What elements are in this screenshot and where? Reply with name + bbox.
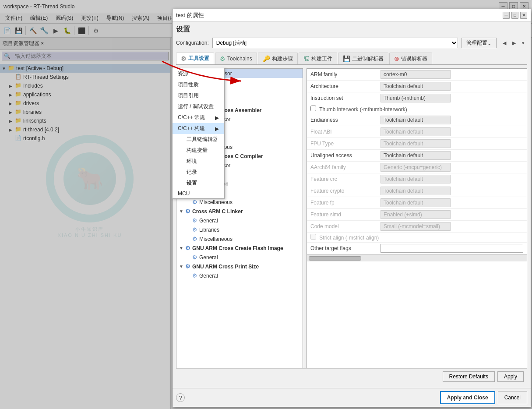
cm-cpp-build[interactable]: C/C++ 构建▶ — [173, 123, 224, 134]
dialog-bottom-buttons: Restore Defaults Apply — [176, 368, 527, 384]
lp-ld-misc[interactable]: ▼ ⚙ Miscellaneous — [176, 234, 303, 243]
right-properties-panel: ARM family cortex-m0 Architecture Toolch… — [307, 68, 527, 368]
aarch64-family-value: Generic (-mcpu=generic) — [381, 163, 451, 172]
lp-ld-general[interactable]: ▼ ⚙ General — [176, 216, 303, 225]
lp-arrow-ld: ▼ — [179, 209, 185, 214]
lp-label-ld-general: General — [199, 218, 218, 224]
footer-right: Apply and Close Cancel — [440, 391, 527, 404]
dialog-footer: ? Apply and Close Cancel — [173, 388, 531, 407]
cm-env[interactable]: 环境 — [181, 156, 224, 167]
cm-cpp-common[interactable]: C/C++ 常规▶ — [173, 112, 224, 123]
restore-defaults-button[interactable]: Restore Defaults — [443, 371, 495, 382]
cancel-button[interactable]: Cancel — [498, 391, 527, 404]
tab-build-artifact-label: 构建工件 — [311, 55, 332, 63]
tab-build-steps[interactable]: 🔑 构建步骤 — [258, 53, 298, 64]
prop-value-fpu-type: Toolchain default — [377, 138, 527, 150]
prop-label-architecture: Architecture — [307, 81, 377, 92]
tab-tool-settings[interactable]: ⚙ 工具设置 — [176, 53, 214, 64]
tab-error-parsers[interactable]: ⊗ 错误解析器 — [389, 53, 432, 64]
tool-settings-icon: ⚙ — [181, 55, 187, 62]
apply-and-close-button[interactable]: Apply and Close — [440, 391, 495, 404]
nav-fwd-button[interactable]: ▶ — [510, 39, 518, 47]
tab-toolchains[interactable]: ⚙ Toolchains — [215, 53, 257, 64]
prop-row-arm-family: ARM family cortex-m0 — [307, 69, 527, 81]
lp-label-flash-image: GNU ARM Cross Create Flash Image — [192, 245, 283, 251]
nav-dropdown-button[interactable]: ▾ — [519, 39, 527, 47]
prop-row-unaligned-access: Unaligned access Toolchain default — [307, 150, 527, 162]
tab-binary-parsers[interactable]: 💾 二进制解析器 — [338, 53, 388, 64]
lp-ld-libraries[interactable]: ▼ ⚙ Libraries — [176, 225, 303, 234]
settings-heading: 设置 — [176, 25, 527, 34]
prop-value-code-model: Small (-mcmodel=small) — [377, 221, 527, 233]
thumb-interwork-checkbox[interactable] — [310, 106, 316, 111]
lp-icon-ld-misc: ⚙ — [192, 236, 197, 242]
prop-label-endianness: Endianness — [307, 114, 377, 126]
lp-print-size[interactable]: ▼ ⚙ GNU ARM Cross Print Size — [176, 262, 303, 271]
prop-row-endianness: Endianness Toolchain default — [307, 114, 527, 126]
cm-project-refs[interactable]: 项目引用 — [173, 90, 224, 101]
tabs-bar: ⚙ 工具设置 ⚙ Toolchains 🔑 构建步骤 🏗 构建工件 💾 — [176, 53, 527, 65]
horizontal-scrollbar[interactable] — [307, 254, 527, 261]
apply-button[interactable]: Apply — [497, 371, 524, 382]
manage-configurations-button[interactable]: 管理配置... — [462, 38, 497, 48]
properties-dialog: test 的属性 ─ □ ✕ 设置 Configuration: Debug [… — [172, 9, 531, 407]
cm-run-debug[interactable]: 运行 / 调试设置 — [173, 101, 224, 112]
dialog-minimize-button[interactable]: ─ — [503, 12, 510, 19]
configuration-select[interactable]: Debug [活动] — [212, 38, 458, 48]
build-steps-icon: 🔑 — [263, 55, 270, 62]
binary-parsers-icon: 💾 — [343, 55, 350, 62]
nav-back-button[interactable]: ◀ — [500, 39, 509, 47]
lp-icon-flash: ⚙ — [185, 245, 190, 251]
cm-log[interactable]: 记录 — [181, 167, 224, 178]
tab-build-artifact[interactable]: 🏗 构建工件 — [299, 53, 337, 64]
lp-icon-ld-lib: ⚙ — [192, 226, 197, 233]
dialog-maximize-button[interactable]: □ — [511, 12, 518, 19]
prop-row-architecture: Architecture Toolchain default — [307, 81, 527, 92]
dialog-close-button[interactable]: ✕ — [520, 12, 527, 19]
prop-value-feature-fp: Toolchain default — [377, 197, 527, 209]
lp-flash-image[interactable]: ▼ ⚙ GNU ARM Cross Create Flash Image — [176, 243, 303, 253]
prop-label-aarch64-family: AArch64 family — [307, 162, 377, 173]
prop-row-fpu-type: FPU Type Toolchain default — [307, 138, 527, 150]
prop-row-code-model: Code model Small (-mcmodel=small) — [307, 221, 527, 233]
prop-row-strict-align: Strict align (-mstrict-align) — [307, 233, 527, 243]
lp-cc-misc[interactable]: ▼ ⚙ Miscellaneous — [176, 197, 303, 207]
prop-value-feature-simd: Enabled (+simd) — [377, 209, 527, 221]
prop-label-other-flags: Other target flags — [307, 243, 377, 254]
tool-settings-panel: ▼ ⚙ Target Processor ▼ ⚙ Optimization ▼ … — [176, 68, 527, 368]
prop-label-float-abi: Float ABI — [307, 126, 377, 138]
lp-icon-ld: ⚙ — [185, 208, 190, 215]
prop-value-feature-crc: Toolchain default — [377, 173, 527, 185]
prop-label-thumb-interwork: Thumb interwork (-mthumb-interwork) — [307, 104, 527, 114]
cm-toolchain-editor[interactable]: 工具链编辑器 — [181, 134, 224, 145]
prop-label-instruction-set: Instruction set — [307, 92, 377, 104]
cm-build-vars[interactable]: 构建变量 — [181, 145, 224, 156]
footer-left: ? — [176, 393, 185, 402]
dialog-title-bar: test 的属性 ─ □ ✕ — [173, 9, 531, 21]
lp-icon-ps-gen: ⚙ — [192, 272, 197, 279]
lp-linker[interactable]: ▼ ⚙ Cross ARM C Linker — [176, 207, 303, 216]
scroll-thumb[interactable] — [309, 256, 361, 261]
cm-project-properties[interactable]: 项目性质 — [173, 79, 224, 90]
help-button[interactable]: ? — [176, 393, 185, 402]
lp-flash-general[interactable]: ▼ ⚙ General — [176, 253, 303, 262]
cm-settings[interactable]: 设置 — [181, 178, 224, 189]
lp-ps-general[interactable]: ▼ ⚙ General — [176, 271, 303, 280]
cm-resources[interactable]: 资源 — [173, 68, 224, 79]
cm-sub-items: 工具链编辑器 构建变量 环境 记录 设置 — [173, 134, 224, 189]
prop-row-feature-crc: Feature crc Toolchain default — [307, 173, 527, 185]
fpu-type-value: Toolchain default — [381, 139, 451, 148]
architecture-value: Toolchain default — [381, 82, 451, 91]
dialog-title-text: test 的属性 — [176, 11, 503, 19]
prop-label-feature-fp: Feature fp — [307, 197, 377, 209]
other-flags-input[interactable] — [381, 244, 523, 253]
prop-value-unaligned-access: Toolchain default — [377, 150, 527, 162]
strict-align-label: Strict align (-mstrict-align) — [319, 235, 379, 241]
prop-label-feature-simd: Feature simd — [307, 209, 377, 221]
strict-align-checkbox[interactable] — [310, 234, 316, 240]
tab-error-parsers-label: 错误解析器 — [401, 55, 427, 63]
cm-mcu[interactable]: MCU — [173, 189, 224, 198]
code-model-value: Small (-mcmodel=small) — [381, 222, 451, 231]
thumb-interwork-label: Thumb interwork (-mthumb-interwork) — [319, 106, 407, 113]
lp-label-print-size: GNU ARM Cross Print Size — [192, 264, 259, 270]
